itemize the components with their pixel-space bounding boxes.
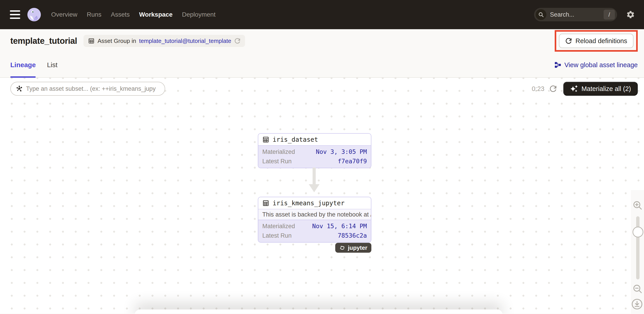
materialized-timestamp[interactable]: Nov 3, 3:05 PM [316, 148, 367, 156]
tab-lineage[interactable]: Lineage [10, 53, 36, 77]
bottom-panel-shadow [135, 309, 503, 313]
nav-item-workspace[interactable]: Workspace [139, 11, 172, 18]
search-placeholder: Search... [550, 11, 574, 18]
nav-item-runs[interactable]: Runs [87, 11, 102, 18]
zoom-slider-track[interactable] [636, 216, 640, 279]
page-header: template_tutorial Asset Group in templat… [0, 29, 644, 53]
asset-node-iris-kmeans-jupyter[interactable]: iris_kmeans_jupyter This asset is backed… [258, 197, 371, 243]
tab-list[interactable]: List [47, 53, 58, 77]
row-label: Materialized [262, 148, 295, 156]
kind-tag-jupyter[interactable]: jupyter [335, 243, 371, 253]
layout-timer: 0:23 [532, 85, 544, 93]
tabs-row: Lineage List View global asset lineage [0, 53, 644, 78]
asset-group-badge: Asset Group in template_tutorial@tutoria… [84, 35, 245, 47]
latest-run-row: Latest Run f7ea70f9 [262, 157, 367, 166]
asset-description: This asset is backed by the notebook at … [258, 209, 371, 220]
badge-text: Asset Group in [98, 38, 136, 45]
annotation-highlight-box: Reload definitions [555, 30, 638, 52]
materialized-timestamp[interactable]: Nov 15, 6:14 PM [312, 222, 367, 230]
latest-run-link[interactable]: f7ea70f9 [338, 157, 367, 166]
latest-run-row: Latest Run 78536c2a [262, 231, 367, 240]
page-title: template_tutorial [10, 36, 77, 46]
dagster-logo-icon[interactable] [27, 8, 41, 22]
lineage-graph-icon [554, 61, 562, 69]
asset-group-icon [88, 38, 95, 44]
main-nav: Overview Runs Assets Workspace Deploymen… [51, 11, 216, 18]
nav-item-overview[interactable]: Overview [51, 11, 78, 18]
view-global-asset-lineage-link[interactable]: View global asset lineage [554, 61, 638, 69]
zoom-slider-knob[interactable] [632, 227, 643, 237]
row-label: Latest Run [262, 157, 292, 166]
materialize-all-button[interactable]: Materialize all (2) [563, 82, 638, 96]
asset-name: iris_kmeans_jupyter [273, 199, 344, 207]
asset-subset-filter[interactable] [10, 82, 165, 96]
lineage-canvas[interactable]: 0:23 Materialize all (2) iris_dataset Ma… [0, 78, 644, 313]
search-input[interactable]: Search... / [534, 8, 617, 21]
asset-node-iris-dataset[interactable]: iris_dataset Materialized Nov 3, 3:05 PM… [258, 133, 371, 168]
zoom-out-icon[interactable] [632, 284, 643, 294]
search-shortcut-key: / [604, 10, 615, 20]
top-navbar: Overview Runs Assets Workspace Deploymen… [0, 0, 644, 29]
badge-refresh-icon[interactable] [234, 38, 240, 44]
table-icon [262, 200, 269, 207]
asset-subset-input[interactable] [26, 85, 160, 92]
canvas-toolbar: 0:23 Materialize all (2) [10, 82, 638, 96]
latest-run-link[interactable]: 78536c2a [338, 231, 367, 240]
search-icon [536, 9, 546, 20]
nav-item-assets[interactable]: Assets [111, 11, 130, 18]
materialize-all-label: Materialize all (2) [582, 85, 631, 93]
lineage-edge-arrow [312, 168, 316, 184]
settings-gear-icon[interactable] [626, 10, 635, 19]
materialized-row: Materialized Nov 3, 3:05 PM [262, 148, 367, 156]
zoom-in-icon[interactable] [632, 200, 643, 210]
badge-repo-link[interactable]: template_tutorial@tutorial_template [139, 38, 231, 45]
nav-item-deployment[interactable]: Deployment [182, 11, 216, 18]
row-label: Latest Run [262, 231, 292, 240]
kind-tag-label: jupyter [348, 244, 367, 251]
asset-name: iris_dataset [273, 136, 318, 143]
global-lineage-label: View global asset lineage [564, 61, 638, 69]
download-image-icon[interactable] [631, 298, 643, 310]
reload-definitions-label: Reload definitions [575, 37, 627, 45]
materialized-row: Materialized Nov 15, 6:14 PM [262, 222, 367, 230]
refresh-layout-icon[interactable] [549, 85, 557, 93]
reload-definitions-button[interactable]: Reload definitions [559, 34, 634, 48]
refresh-icon [565, 38, 572, 44]
row-label: Materialized [262, 222, 295, 230]
op-selector-icon [16, 85, 23, 92]
table-icon [262, 136, 269, 143]
jupyter-icon [339, 245, 345, 251]
materialize-sparkle-icon [570, 85, 578, 93]
menu-icon[interactable] [10, 10, 20, 19]
